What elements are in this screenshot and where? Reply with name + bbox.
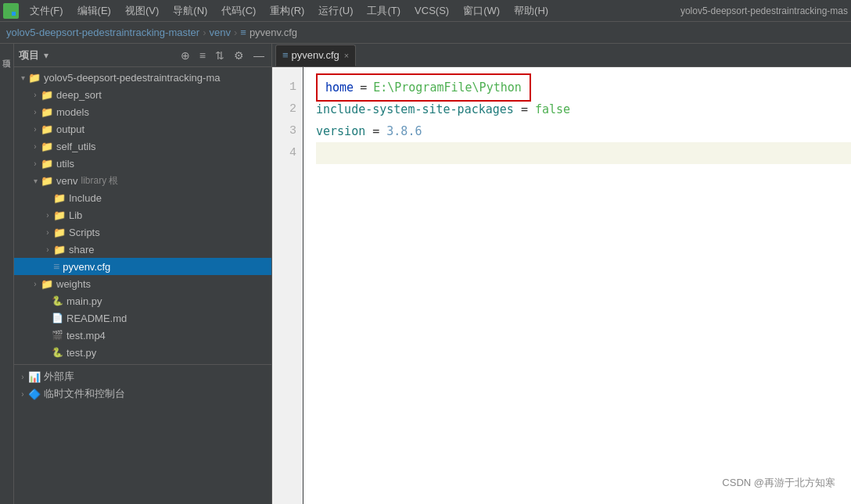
arrow-utils: ›: [30, 159, 41, 168]
tree-label-models: models: [56, 106, 89, 118]
arrow-share: ›: [42, 245, 53, 254]
breadcrumb-folder[interactable]: venv: [209, 27, 230, 38]
folder-icon-deepsort: 📁: [41, 90, 53, 100]
tree-label-share: share: [69, 244, 95, 256]
tree-item-extlib[interactable]: › 📊 外部库: [14, 368, 271, 385]
menu-help[interactable]: 帮助(H): [508, 2, 555, 20]
tree-label-include: Include: [69, 192, 102, 204]
tree-item-selfutils[interactable]: › 📁 self_utils: [14, 138, 271, 155]
tree-separator: [14, 364, 271, 365]
code-line-4: [316, 142, 851, 164]
panel-sort-icon[interactable]: ⇅: [213, 48, 227, 63]
line2-key: include-system-site-packages: [316, 98, 514, 120]
py-file-icon-main: 🐍: [52, 295, 63, 306]
editor-content: 1 2 3 4 home = E:\ProgramFile\Python inc…: [272, 67, 851, 504]
folder-icon-scripts: 📁: [53, 227, 66, 238]
panel-icons: ⊕ ≡ ⇅ ⚙ —: [178, 48, 267, 63]
breadcrumb-file: pyvenv.cfg: [250, 27, 297, 38]
tree-item-mainpy[interactable]: 🐍 main.py: [14, 292, 271, 309]
folder-icon-venv: 📁: [41, 176, 53, 186]
tab-bar: ≡ pyvenv.cfg ×: [272, 44, 851, 67]
tree-item-testmp4[interactable]: 🎬 test.mp4: [14, 327, 271, 344]
panel-settings-icon[interactable]: ⚙: [232, 48, 246, 63]
menu-tools[interactable]: 工具(T): [361, 2, 407, 20]
folder-icon-include: 📁: [53, 193, 66, 203]
arrow-models: ›: [30, 108, 41, 116]
panel-header: 项目 ▾ ⊕ ≡ ⇅ ⚙ —: [14, 44, 271, 67]
code-area[interactable]: home = E:\ProgramFile\Python include-sys…: [303, 67, 851, 504]
menu-file[interactable]: 文件(F): [23, 2, 70, 20]
menu-code[interactable]: 代码(C): [215, 2, 262, 20]
tree-item-deepsort[interactable]: › 📁 deep_sort: [14, 86, 271, 103]
arrow-venv: ▾: [30, 177, 41, 185]
arrow-temp: ›: [17, 390, 28, 399]
code-line-2: include-system-site-packages = false: [316, 98, 851, 120]
extlib-icon: 📊: [28, 371, 41, 383]
panel-expand-icon[interactable]: ≡: [197, 48, 208, 63]
tree-item-share[interactable]: › 📁 share: [14, 241, 271, 258]
svg-rect-1: [12, 6, 16, 10]
svg-rect-0: [6, 6, 10, 10]
tree-label-output: output: [56, 123, 84, 135]
window-title: yolov5-deepsort-pedestraintracking-mas: [680, 5, 848, 16]
py-file-icon-test: 🐍: [52, 347, 63, 358]
code-line-1: home = E:\ProgramFile\Python: [316, 77, 851, 98]
menubar: 文件(F) 编辑(E) 视图(V) 导航(N) 代码(C) 重构(R) 运行(U…: [0, 0, 851, 22]
panel-title: 项目: [19, 48, 39, 63]
menu-run[interactable]: 运行(U): [312, 2, 359, 20]
tree-item-utils[interactable]: › 📁 utils: [14, 155, 271, 172]
breadcrumb: yolov5-deepsort-pedestraintracking-maste…: [0, 22, 851, 44]
temp-icon: 🔷: [28, 388, 41, 400]
folder-icon-utils: 📁: [41, 159, 53, 169]
panel-dropdown-icon[interactable]: ▾: [44, 50, 48, 61]
panel-locate-icon[interactable]: ⊕: [178, 48, 192, 63]
line-num-2: 2: [272, 98, 296, 120]
tree-item-include[interactable]: 📁 Include: [14, 189, 271, 206]
arrow-lib: ›: [42, 211, 53, 220]
folder-icon-models: 📁: [41, 107, 53, 117]
menu-edit[interactable]: 编辑(E): [71, 2, 117, 20]
tree-item-venv[interactable]: ▾ 📁 venv library 根: [14, 172, 271, 189]
line1-key: home: [325, 77, 354, 98]
code-line-3: version = 3.8.6: [316, 120, 851, 142]
tree-label-extlib: 外部库: [44, 370, 74, 384]
folder-icon-output: 📁: [41, 124, 53, 134]
tree-item-output[interactable]: › 📁 output: [14, 120, 271, 138]
line2-eq: =: [514, 98, 535, 120]
tree-item-scripts[interactable]: › 📁 Scripts: [14, 223, 271, 241]
line3-eq: =: [365, 120, 386, 142]
menu-view[interactable]: 视图(V): [119, 2, 165, 20]
arrow-selfutils: ›: [30, 142, 41, 151]
tab-pyvenv[interactable]: ≡ pyvenv.cfg ×: [275, 45, 356, 66]
panel-minimize-icon[interactable]: —: [251, 48, 267, 63]
tree-item-temp[interactable]: › 🔷 临时文件和控制台: [14, 385, 271, 402]
tab-close-button[interactable]: ×: [344, 51, 349, 60]
line-numbers: 1 2 3 4: [272, 67, 303, 504]
tree-item-pyvenv[interactable]: ≡ pyvenv.cfg: [14, 258, 271, 275]
breadcrumb-root[interactable]: yolov5-deepsort-pedestraintracking-maste…: [6, 27, 199, 38]
menu-vcs[interactable]: VCS(S): [408, 3, 455, 18]
tree-label-testmp4: test.mp4: [66, 330, 106, 341]
line-num-1: 1: [272, 77, 296, 98]
tree-label-deepsort: deep_sort: [56, 89, 102, 101]
tree-label-weights: weights: [56, 278, 91, 290]
cfg-file-icon: ≡: [53, 260, 59, 273]
tree-item-lib[interactable]: › 📁 Lib: [14, 206, 271, 223]
breadcrumb-file-icon: ≡: [240, 27, 246, 38]
tree-item-root[interactable]: ▾ 📁 yolov5-deepsort-pedestraintracking-m…: [14, 69, 271, 86]
menu-window[interactable]: 窗口(W): [457, 2, 506, 20]
tree-label-lib: Lib: [69, 209, 82, 221]
menu-refactor[interactable]: 重构(R): [264, 2, 311, 20]
menu-navigate[interactable]: 导航(N): [167, 2, 214, 20]
tree-item-models[interactable]: › 📁 models: [14, 103, 271, 120]
app-logo: [3, 3, 19, 19]
line3-key: version: [316, 120, 365, 142]
line1-val: E:\ProgramFile\Python: [373, 77, 522, 98]
tree-item-weights[interactable]: › 📁 weights: [14, 275, 271, 292]
tree-item-testpy[interactable]: 🐍 test.py: [14, 344, 271, 361]
tab-label: pyvenv.cfg: [292, 49, 339, 61]
folder-icon-selfutils: 📁: [41, 141, 53, 152]
arrow-extlib: ›: [17, 373, 28, 381]
tree-item-readme[interactable]: 📄 README.md: [14, 309, 271, 327]
mp4-file-icon: 🎬: [52, 330, 63, 341]
